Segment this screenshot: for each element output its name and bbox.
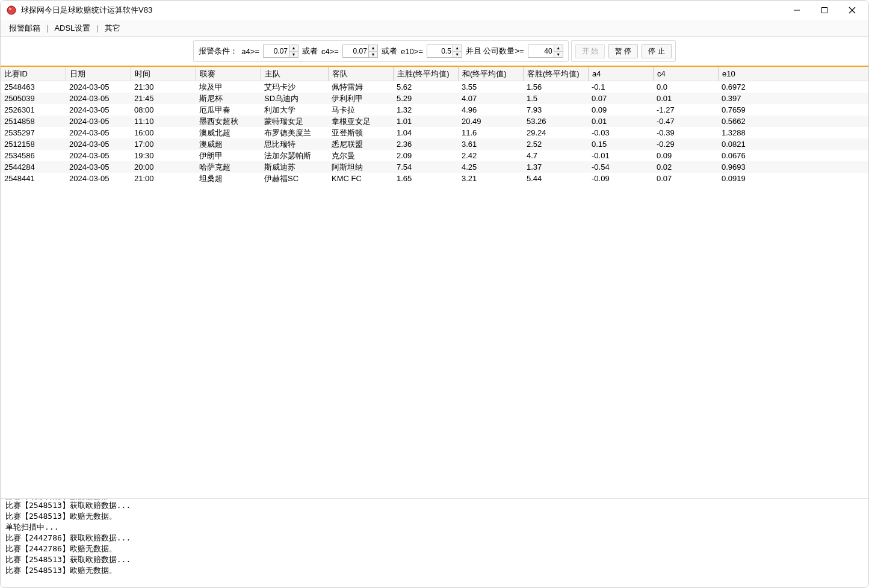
svg-rect-3 [822, 8, 827, 13]
table-cell: 0.01 [588, 117, 653, 126]
c4-input[interactable] [343, 45, 368, 57]
close-button[interactable] [838, 1, 866, 19]
e10-step-up[interactable]: ▲ [453, 45, 462, 52]
window-controls [783, 1, 866, 19]
a4-input[interactable] [264, 45, 289, 57]
table-cell: 0.397 [718, 94, 787, 103]
col-time[interactable]: 时间 [131, 67, 196, 81]
table-cell: 厄瓜甲春 [196, 105, 261, 116]
col-e10[interactable]: e10 [718, 67, 787, 81]
c4-spinner[interactable]: ▲▼ [342, 45, 378, 58]
col-c4[interactable]: c4 [653, 67, 718, 81]
table-cell: 21:45 [131, 94, 196, 103]
company-spinner[interactable]: ▲▼ [528, 45, 563, 58]
table-cell: 拿根亚女足 [328, 116, 393, 127]
table-row[interactable]: 25121582024-03-0517:00澳威超思比瑞特悉尼联盟2.363.6… [1, 138, 868, 150]
table-cell: 埃及甲 [196, 82, 261, 93]
company-step-up[interactable]: ▲ [554, 45, 563, 52]
table-row[interactable]: 25345862024-03-0519:30伊朗甲法加尔瑟帕斯克尔曼2.092.… [1, 150, 868, 161]
col-home[interactable]: 主队 [261, 67, 328, 81]
log-panel[interactable]: 比赛【2442786】欧赔无数据。 比赛【2548513】获取欧赔数据...比赛… [1, 498, 868, 587]
table-cell: 0.09 [653, 151, 718, 160]
table-cell: 2024-03-05 [66, 82, 131, 91]
table-cell: 0.01 [653, 94, 718, 103]
table-cell: 0.5662 [718, 117, 787, 126]
col-league[interactable]: 联赛 [196, 67, 261, 81]
e10-input[interactable] [427, 45, 453, 57]
table-cell: 阿斯坦纳 [328, 162, 393, 173]
maximize-button[interactable] [811, 1, 838, 19]
c4-step-up[interactable]: ▲ [369, 45, 377, 52]
company-step-down[interactable]: ▼ [554, 52, 563, 58]
a4-spinner[interactable]: ▲▼ [263, 45, 298, 58]
table-cell: 0.0676 [718, 151, 787, 160]
svg-point-1 [9, 8, 11, 10]
col-away-win[interactable]: 客胜(终平均值) [523, 67, 588, 81]
table-cell: 2.52 [523, 140, 588, 149]
table-row[interactable]: 25442842024-03-0520:00哈萨克超斯威迪苏阿斯坦纳7.544.… [1, 161, 868, 173]
table-cell: 2024-03-05 [66, 117, 131, 126]
svg-point-0 [7, 6, 16, 14]
table-cell: 2544284 [1, 162, 66, 172]
menu-other[interactable]: 其它 [100, 23, 125, 34]
table-cell: 2024-03-05 [66, 140, 131, 149]
minimize-button[interactable] [783, 1, 811, 19]
titlebar: 球探网今日足球欧赔统计运算软件V83 [1, 1, 868, 20]
a4-step-up[interactable]: ▲ [289, 45, 298, 52]
pause-button[interactable]: 暂 停 [608, 44, 638, 58]
table-cell: 5.44 [523, 174, 588, 183]
table-cell: 0.0821 [718, 140, 787, 149]
table-cell: 1.32 [393, 105, 458, 114]
table-cell: 11.6 [458, 128, 523, 137]
table-cell: 悉尼联盟 [328, 139, 393, 150]
table-cell: 4.96 [458, 105, 523, 114]
table-cell: 哈萨克超 [196, 162, 261, 173]
menu-alert-mail[interactable]: 报警邮箱 [4, 23, 45, 34]
table-cell: KMC FC [328, 174, 393, 183]
col-away[interactable]: 客队 [328, 67, 393, 81]
table-row[interactable]: 25148582024-03-0511:10墨西女超秋蒙特瑞女足拿根亚女足1.0… [1, 116, 868, 127]
table-cell: -0.39 [653, 128, 718, 137]
table-cell: 伊赫福SC [261, 173, 328, 184]
col-a4[interactable]: a4 [588, 67, 653, 81]
col-home-win[interactable]: 主胜(终平均值) [393, 67, 458, 81]
table-cell: 墨西女超秋 [196, 116, 261, 127]
table-cell: 0.0 [653, 82, 718, 91]
table-cell: 坦桑超 [196, 173, 261, 184]
table-cell: 4.7 [523, 151, 588, 160]
col-draw[interactable]: 和(终平均值) [458, 67, 523, 81]
table-cell: 0.7659 [718, 105, 787, 114]
table-row[interactable]: 25050392024-03-0521:45斯尼杯SD乌迪内伊利利甲5.294.… [1, 93, 868, 104]
col-date[interactable]: 日期 [66, 67, 131, 81]
e10-step-down[interactable]: ▼ [453, 52, 462, 58]
conditions-label: 报警条件： [199, 46, 238, 57]
a4-step-down[interactable]: ▼ [289, 52, 298, 58]
company-input[interactable] [528, 45, 554, 57]
c4-step-down[interactable]: ▼ [369, 52, 377, 58]
table-row[interactable]: 25352972024-03-0516:00澳威北超布罗德美度兰亚登斯顿1.04… [1, 127, 868, 138]
table-cell: 5.29 [393, 94, 458, 103]
e10-spinner[interactable]: ▲▼ [427, 45, 462, 58]
table-cell: 2024-03-05 [66, 174, 131, 183]
table-row[interactable]: 25263012024-03-0508:00厄瓜甲春利加大学马卡拉1.324.9… [1, 104, 868, 116]
table-cell: 0.0919 [718, 174, 787, 183]
table-cell: 21:00 [131, 174, 196, 183]
e10-label: e10>= [401, 47, 423, 56]
table-body[interactable]: 25484632024-03-0521:30埃及甲艾玛卡沙佩特雷姆5.623.5… [1, 81, 868, 498]
table-cell: 19:30 [131, 151, 196, 160]
stop-button[interactable]: 停 止 [642, 44, 671, 58]
table-cell: 布罗德美度兰 [261, 128, 328, 138]
control-buttons: 开 始 暂 停 停 止 [571, 40, 676, 62]
table-cell: 7.93 [523, 105, 588, 114]
start-button[interactable]: 开 始 [575, 44, 605, 58]
table-row[interactable]: 25484632024-03-0521:30埃及甲艾玛卡沙佩特雷姆5.623.5… [1, 81, 868, 93]
col-match-id[interactable]: 比赛ID [1, 67, 66, 81]
or2-label: 或者 [382, 46, 397, 57]
table-cell: 斯尼杯 [196, 93, 261, 104]
table-cell: SD乌迪内 [261, 93, 328, 104]
table-cell: 蒙特瑞女足 [261, 116, 328, 127]
table-cell: 7.54 [393, 162, 458, 172]
menu-adsl[interactable]: ADSL设置 [49, 23, 95, 34]
table-cell: 20:00 [131, 162, 196, 172]
table-row[interactable]: 25484412024-03-0521:00坦桑超伊赫福SCKMC FC1.65… [1, 173, 868, 184]
